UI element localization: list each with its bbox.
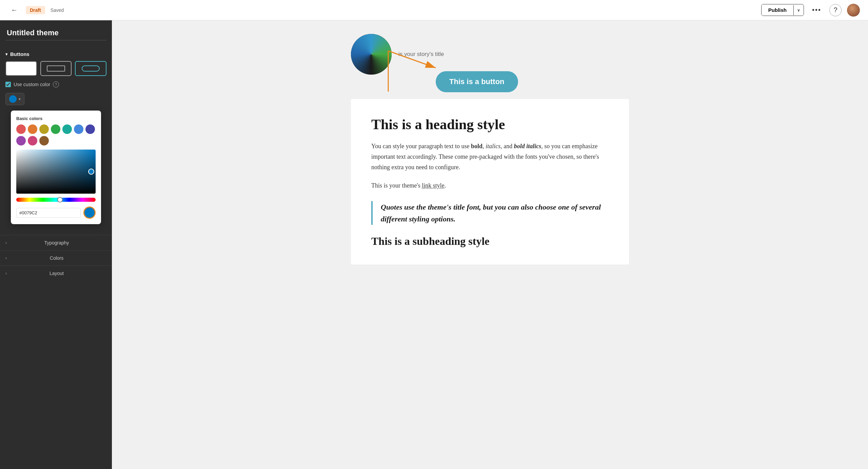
swatch-brown[interactable] (39, 136, 49, 145)
buttons-section-header[interactable]: ▾ Buttons (0, 47, 112, 61)
para1-mid: , (482, 143, 486, 150)
color-preview-circle[interactable] (83, 207, 96, 219)
swatch-yellow[interactable] (39, 124, 49, 134)
button-style-rounded[interactable] (75, 61, 106, 76)
button-style-options (5, 61, 106, 76)
basic-colors-label: Basic colors (16, 116, 96, 121)
publish-main[interactable]: Publish (762, 4, 793, 16)
custom-color-row: Use custom color ? (5, 81, 106, 87)
publish-button[interactable]: Publish ∨ (761, 4, 804, 16)
content-section: This is a heading style You can style yo… (351, 99, 629, 265)
hue-slider-container (16, 197, 96, 203)
sidebar: ▾ Buttons Use custom color ? (0, 20, 112, 469)
chevron-down-icon: ▾ (5, 52, 7, 57)
main-layout: ▾ Buttons Use custom color ? (0, 20, 868, 469)
draft-badge[interactable]: Draft (26, 6, 45, 14)
heading-style: This is a heading style (371, 116, 609, 133)
button-style-outline[interactable] (40, 61, 72, 76)
layout-section[interactable]: › Layout (0, 266, 112, 281)
colors-label: Colors (50, 255, 63, 261)
blockquote: Quotes use the theme's title font, but y… (371, 201, 609, 225)
custom-color-label: Use custom color (14, 82, 50, 87)
typography-section[interactable]: › Typography (0, 235, 112, 250)
custom-color-checkbox[interactable] (5, 82, 11, 87)
chevron-right-icon: › (5, 256, 7, 260)
outline-style-preview (47, 65, 65, 72)
chevron-down-icon: ▾ (19, 97, 21, 101)
saved-indicator: Saved (51, 7, 64, 13)
story-title-placeholder: is your story's title (398, 51, 444, 58)
topbar: ← Draft Saved Publish ∨ ••• ? (0, 0, 868, 20)
selected-color-circle (9, 95, 17, 103)
buttons-section-content: Use custom color ? ▾ Basic colors (0, 61, 112, 235)
hue-slider[interactable] (16, 198, 96, 202)
swatch-red[interactable] (16, 124, 26, 134)
hex-input-row (16, 207, 96, 219)
help-button[interactable]: ? (829, 4, 842, 16)
paragraph-1: You can style your paragraph text to use… (371, 141, 609, 172)
swatch-orange[interactable] (28, 124, 37, 134)
back-button[interactable]: ← (8, 5, 20, 15)
para1-mid2: , and (500, 143, 514, 150)
color-selector-row: ▾ (5, 93, 106, 105)
swatch-pink[interactable] (28, 136, 37, 145)
filled-style-preview (12, 65, 30, 72)
bold-text: bold (471, 143, 482, 150)
para2-start: This is your theme's (371, 182, 422, 189)
content-area: is your story's title This (112, 20, 868, 469)
publish-dropdown[interactable]: ∨ (793, 5, 804, 15)
colors-section[interactable]: › Colors (0, 250, 112, 266)
preview-button[interactable]: This is a button (436, 71, 518, 92)
hex-color-input[interactable] (16, 208, 81, 218)
avatar-image (847, 4, 860, 17)
topbar-left: ← Draft Saved (8, 5, 64, 15)
gradient-handle[interactable] (88, 169, 94, 175)
chevron-right-icon: › (5, 271, 7, 276)
typography-label: Typography (44, 240, 69, 246)
layout-label: Layout (50, 271, 64, 276)
paragraph-2: This is your theme's link style. (371, 180, 609, 191)
custom-color-help-icon[interactable]: ? (53, 81, 59, 87)
topbar-right: Publish ∨ ••• ? (761, 4, 860, 17)
swatch-teal[interactable] (62, 124, 72, 134)
link-style[interactable]: link style (422, 182, 445, 189)
buttons-section-label: Buttons (10, 51, 29, 57)
content-inner: is your story's title This (337, 20, 643, 469)
color-picker-popup: Basic colors (11, 111, 101, 224)
subheading-style: This is a subheading style (371, 235, 609, 248)
color-selector-button[interactable]: ▾ (5, 93, 24, 105)
swatch-green[interactable] (51, 124, 60, 134)
para2-end: . (445, 182, 446, 189)
more-options-button[interactable]: ••• (809, 5, 824, 15)
swatch-light-blue[interactable] (74, 124, 83, 134)
bold-italic-text: bold italics (514, 143, 541, 150)
rounded-style-preview (82, 65, 100, 72)
avatar[interactable] (847, 4, 860, 17)
para1-start: You can style your paragraph text to use (371, 143, 471, 150)
swatch-dark-blue[interactable] (85, 124, 95, 134)
italic-text: italics (486, 143, 500, 150)
swatch-purple[interactable] (16, 136, 26, 145)
story-avatar (351, 34, 392, 75)
chevron-right-icon: › (5, 240, 7, 245)
color-gradient-canvas[interactable] (16, 150, 96, 194)
color-swatches (16, 124, 96, 145)
theme-title-input[interactable] (5, 26, 106, 40)
button-style-filled[interactable] (5, 61, 37, 76)
